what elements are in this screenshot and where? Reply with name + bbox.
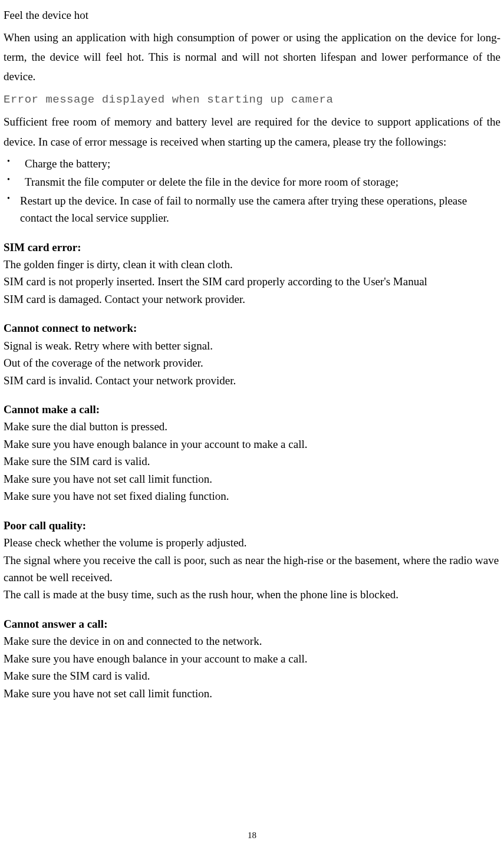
section-cannot-connect: Cannot connect to network: Signal is wea… bbox=[4, 319, 500, 389]
section-title: Cannot answer a call: bbox=[4, 615, 500, 632]
section-title: SIM card error: bbox=[4, 239, 500, 256]
section-line: SIM card is damaged. Contact your networ… bbox=[4, 291, 500, 308]
section-line: Out of the coverage of the network provi… bbox=[4, 354, 500, 371]
document-content: Feel the device hot When using an applic… bbox=[0, 7, 504, 702]
section-line: Make sure the dial button is pressed. bbox=[4, 418, 500, 435]
section-line: SIM card is invalid. Contact your networ… bbox=[4, 372, 500, 389]
bullet-item: Charge the battery; bbox=[4, 155, 500, 172]
section-line: Make sure you have enough balance in you… bbox=[4, 436, 500, 453]
paragraph-feel-hot: When using an application with high cons… bbox=[4, 28, 500, 87]
bullet-item: Restart up the device. In case of fail t… bbox=[4, 192, 500, 227]
section-line: SIM card is not properly inserted. Inser… bbox=[4, 273, 500, 290]
section-cannot-call: Cannot make a call: Make sure the dial b… bbox=[4, 401, 500, 505]
section-title: Cannot connect to network: bbox=[4, 319, 500, 337]
section-sim-error: SIM card error: The golden finger is dir… bbox=[4, 239, 500, 308]
section-line: The golden finger is dirty, clean it wit… bbox=[4, 256, 500, 273]
section-line: The call is made at the busy time, such … bbox=[4, 586, 500, 603]
section-line: Make sure the SIM card is valid. bbox=[4, 667, 500, 684]
section-line: Signal is weak. Retry where with better … bbox=[4, 337, 500, 354]
section-line: Make sure the SIM card is valid. bbox=[4, 453, 500, 470]
section-line: Make sure you have not set call limit fu… bbox=[4, 685, 500, 702]
section-line: The signal where you receive the call is… bbox=[4, 552, 500, 586]
section-poor-quality: Poor call quality: Please check whether … bbox=[4, 517, 500, 604]
bullet-list: Charge the battery; Transmit the file co… bbox=[4, 155, 500, 227]
section-line: Make sure you have not set call limit fu… bbox=[4, 470, 500, 487]
bullet-item: Transmit the file computer or delete the… bbox=[4, 173, 500, 190]
section-line: Make sure the device in on and connected… bbox=[4, 632, 500, 650]
page-number: 18 bbox=[0, 830, 504, 840]
heading-feel-hot: Feel the device hot bbox=[4, 7, 500, 24]
section-line: Make sure you have not set fixed dialing… bbox=[4, 487, 500, 505]
section-line: Make sure you have enough balance in you… bbox=[4, 650, 500, 667]
paragraph-camera: Sufficient free room of memory and batte… bbox=[4, 112, 500, 151]
section-title: Cannot make a call: bbox=[4, 401, 500, 418]
heading-camera-error: Error message displayed when starting up… bbox=[4, 93, 500, 106]
section-cannot-answer: Cannot answer a call: Make sure the devi… bbox=[4, 615, 500, 702]
section-line: Please check whether the volume is prope… bbox=[4, 534, 500, 551]
section-title: Poor call quality: bbox=[4, 517, 500, 534]
